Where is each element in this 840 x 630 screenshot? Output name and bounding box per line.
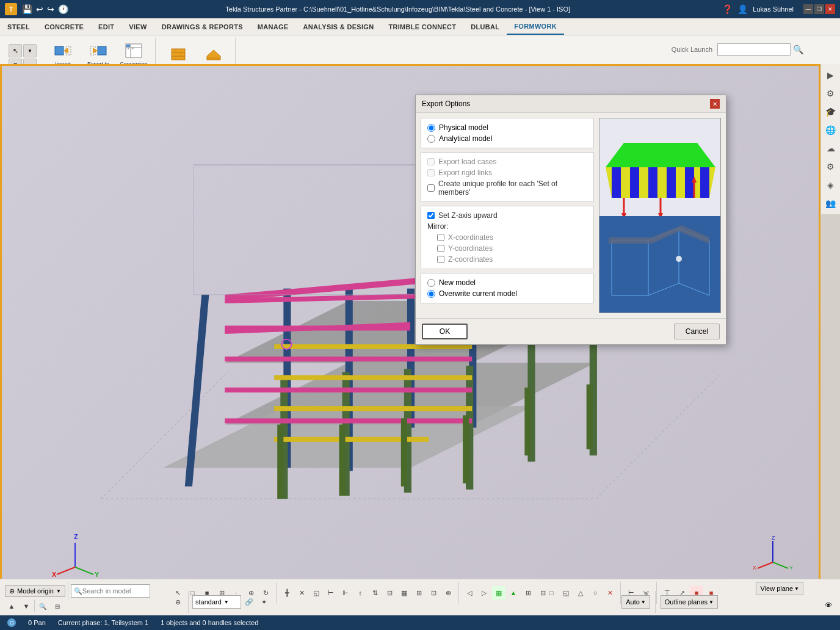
minimize-button[interactable]: —	[803, 4, 813, 14]
menu-trimble[interactable]: TRIMBLE CONNECT	[381, 18, 463, 35]
rigid-links-checkbox[interactable]	[427, 169, 435, 176]
quicklaunch-search-icon[interactable]: 🔍	[793, 45, 803, 54]
menu-formwork[interactable]: FORMWORK	[507, 18, 564, 35]
user-name: Lukas Sühnel	[753, 5, 794, 13]
tool10[interactable]: ⊞	[412, 586, 425, 599]
outline-planes-button[interactable]: Outline planes ▼	[661, 595, 718, 609]
toolbar-icon-history[interactable]: 🕐	[58, 4, 68, 14]
rt4[interactable]: ○	[588, 586, 602, 599]
svg-rect-74	[630, 167, 639, 198]
select-dropdown-button[interactable]: ▼	[23, 44, 37, 57]
auto-select-button[interactable]: Auto ▼	[621, 595, 650, 609]
restore-button[interactable]: ❐	[814, 4, 824, 14]
right-cube-button[interactable]: ◈	[822, 176, 839, 194]
y-coord-checkbox[interactable]	[437, 245, 444, 252]
z-coord-label: Z-coordinates	[448, 255, 493, 264]
svg-line-62	[57, 567, 75, 574]
help-icon[interactable]: ❓	[722, 4, 733, 14]
right-gear-button[interactable]: ⚙	[822, 85, 839, 102]
tool13[interactable]: ◁	[463, 586, 476, 599]
z-coord-checkbox[interactable]	[437, 256, 444, 263]
status-indicator: O	[7, 618, 16, 627]
tool16[interactable]: ▲	[507, 586, 520, 599]
tool4[interactable]: ⊢	[324, 586, 338, 599]
menu-analysis[interactable]: ANALYSIS & DESIGN	[296, 18, 382, 35]
analytical-model-label: Analytical model	[439, 134, 492, 143]
statusbar: O 0 Pan Current phase: 1, Teilsystem 1 1…	[0, 615, 840, 630]
snap1[interactable]: ⊕	[171, 595, 184, 609]
rt3[interactable]: △	[574, 586, 587, 599]
rt2[interactable]: ◱	[559, 586, 573, 599]
snap-extra-btn[interactable]: ✦	[257, 595, 270, 609]
right-globe-button[interactable]: 🌐	[822, 121, 839, 139]
down-button[interactable]: ▼	[20, 599, 33, 613]
toolbar-icon-save[interactable]: 💾	[22, 4, 32, 14]
tool2[interactable]: ✕	[295, 586, 308, 599]
tool11[interactable]: ⊡	[427, 586, 440, 599]
dialog-body: Physical model Analytical model Export l…	[416, 113, 726, 318]
model-origin-button[interactable]: ⊕ Model origin ▼	[5, 585, 65, 597]
analytical-model-radio[interactable]	[427, 135, 435, 143]
tool3[interactable]: ◱	[310, 586, 323, 599]
tool1[interactable]: ╋	[280, 586, 294, 599]
svg-rect-48	[277, 425, 283, 499]
up-button[interactable]: ▲	[5, 599, 18, 613]
right-cloud-button[interactable]: ☁	[822, 140, 839, 157]
sep2	[458, 582, 459, 604]
tool14[interactable]: ▷	[477, 586, 491, 599]
toolbar-icon-redo[interactable]: ↪	[47, 4, 54, 14]
menu-dlubal[interactable]: DLUBAL	[463, 18, 507, 35]
rigid-links-row: Export rigid links	[427, 168, 587, 177]
new-model-radio[interactable]	[427, 279, 435, 287]
snap-filter-btn[interactable]: 🔗	[242, 595, 256, 609]
right-cap-button[interactable]: 🎓	[822, 103, 839, 120]
quicklaunch-input[interactable]	[717, 43, 791, 56]
pan-status: 0 Pan	[28, 619, 46, 626]
ok-button[interactable]: OK	[422, 324, 468, 339]
svg-text:≡: ≡	[132, 46, 134, 50]
load-cases-checkbox[interactable]	[427, 158, 435, 165]
search-model-input[interactable]	[82, 587, 143, 595]
z-axis-checkbox[interactable]	[427, 212, 435, 219]
menu-view[interactable]: VIEW	[121, 18, 154, 35]
dialog-close-button[interactable]: ✕	[710, 99, 720, 109]
right-nav-button[interactable]: ▶	[822, 67, 839, 84]
rt5[interactable]: ✕	[603, 586, 617, 599]
rt1[interactable]: □	[545, 586, 558, 599]
cancel-button[interactable]: Cancel	[674, 324, 720, 339]
toolbar-icon-undo[interactable]: ↩	[36, 4, 43, 14]
dialog-right-panel	[599, 118, 721, 313]
close-button[interactable]: ✕	[825, 4, 835, 14]
tool8[interactable]: ⊟	[383, 586, 396, 599]
right-toolbar: ▶ ⚙ 🎓 🌐 ☁ ⚙ ◈ 👥	[820, 64, 840, 214]
unique-profile-checkbox[interactable]	[427, 184, 435, 192]
menu-concrete[interactable]: CONCRETE	[37, 18, 91, 35]
search-icon-btn[interactable]: 🔍	[36, 599, 49, 613]
menu-manage[interactable]: MANAGE	[250, 18, 296, 35]
right-settings-button[interactable]: ⚙	[822, 158, 839, 175]
menu-edit[interactable]: EDIT	[91, 18, 121, 35]
menu-steel[interactable]: STEEL	[0, 18, 37, 35]
svg-text:Z: Z	[74, 533, 78, 540]
right-users-button[interactable]: 👥	[822, 195, 839, 212]
menu-drawings[interactable]: DRAWINGS & REPORTS	[154, 18, 250, 35]
outline-planes-dropdown-icon: ▼	[709, 599, 714, 605]
tool6[interactable]: ↕	[353, 586, 367, 599]
view-plane-button[interactable]: View plane ▼	[756, 582, 803, 595]
select-tool-button[interactable]: ↖	[9, 44, 22, 57]
tool15[interactable]: ▦	[492, 586, 505, 599]
tool5[interactable]: ⊩	[339, 586, 352, 599]
tool9[interactable]: ▦	[397, 586, 411, 599]
tool17[interactable]: ⊞	[521, 586, 535, 599]
standard-dropdown-icon: ▼	[224, 599, 229, 605]
tool7[interactable]: ⇅	[368, 586, 382, 599]
x-coord-row: X-coordinates	[437, 233, 587, 242]
filter-icon-btn[interactable]: ⊟	[51, 599, 64, 613]
physical-model-radio[interactable]	[427, 124, 435, 132]
x-coord-checkbox[interactable]	[437, 234, 444, 241]
visibility-toggle-button[interactable]: 👁	[822, 598, 835, 612]
overwrite-model-radio[interactable]	[427, 290, 435, 298]
sep	[276, 582, 277, 604]
tool12[interactable]: ⊗	[441, 586, 455, 599]
standard-select[interactable]: standard ▼	[192, 595, 241, 609]
